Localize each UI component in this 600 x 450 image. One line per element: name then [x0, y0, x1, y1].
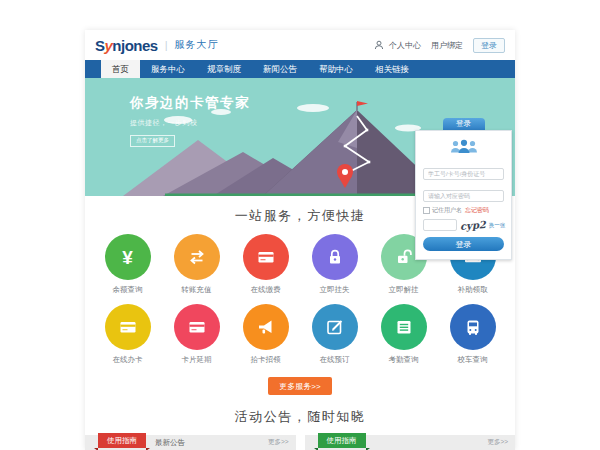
edit-icon [325, 317, 345, 337]
logo-text-2: njones [112, 37, 157, 54]
usage-guide-ribbon[interactable]: 使用指南 [318, 433, 366, 448]
panel-bar: 使用指南 更多>> [305, 435, 516, 450]
logo[interactable]: Synjones [95, 37, 158, 54]
usage-guide-ribbon[interactable]: 使用指南 [98, 433, 146, 448]
list-icon [394, 317, 414, 337]
lock-icon [325, 247, 345, 267]
user-icon [374, 36, 384, 54]
service-online-payment[interactable]: 在线缴费 [231, 234, 300, 295]
personal-center-link[interactable]: 个人中心 [389, 40, 421, 51]
website-page: Synjones | 服务大厅 个人中心 用户绑定 登录 首页 服务中心 规章制… [85, 30, 515, 450]
service-transfer-recharge[interactable]: 转账充值 [162, 234, 231, 295]
login-submit-button[interactable]: 登录 [423, 237, 504, 251]
latest-announcements-tab[interactable]: 最新公告 [155, 438, 185, 448]
user-binding-link[interactable]: 用户绑定 [431, 40, 463, 51]
service-online-booking[interactable]: 在线预订 [300, 304, 369, 365]
yen-icon: ¥ [122, 248, 133, 267]
remember-checkbox[interactable] [423, 207, 430, 214]
unlock-icon [394, 247, 414, 267]
nav-item-rules[interactable]: 规章制度 [196, 60, 252, 78]
megaphone-icon [256, 317, 276, 337]
site-header: Synjones | 服务大厅 个人中心 用户绑定 登录 [85, 30, 515, 60]
guide-panel-left: 使用指南 最新公告 更多>> [85, 435, 296, 450]
more-services-button[interactable]: 更多服务>> [268, 377, 331, 395]
nav-item-help[interactable]: 帮助中心 [308, 60, 364, 78]
more-link[interactable]: 更多>> [487, 438, 508, 447]
bank-card-icon [256, 247, 276, 267]
transfer-arrows-icon [187, 247, 207, 267]
captcha-input[interactable] [423, 219, 457, 231]
service-label: 在线预订 [300, 355, 369, 365]
login-tab[interactable]: 登录 [443, 118, 485, 130]
announcements-title: 活动公告，随时知晓 [85, 408, 515, 426]
page-canvas: Synjones | 服务大厅 个人中心 用户绑定 登录 首页 服务中心 规章制… [0, 0, 600, 450]
nav-item-links[interactable]: 相关链接 [364, 60, 420, 78]
users-icon [423, 138, 504, 158]
nav-item-home[interactable]: 首页 [101, 60, 140, 78]
service-label: 立即解挂 [369, 285, 438, 295]
site-name: 服务大厅 [175, 38, 219, 52]
hero-banner: 你身边的卡管专家 提供捷径，一步到校 点击了解更多 [85, 78, 515, 196]
captcha-refresh-link[interactable]: 换一张 [489, 222, 506, 229]
panel-bar: 使用指南 最新公告 更多>> [85, 435, 296, 450]
main-nav: 首页 服务中心 规章制度 新闻公告 帮助中心 相关链接 [85, 60, 515, 78]
remember-label: 记住用户名 [432, 206, 462, 215]
announcement-panels: 使用指南 最新公告 更多>> 使用指南 更多>> [85, 435, 515, 450]
service-attendance-query[interactable]: 考勤查询 [369, 304, 438, 365]
service-report-loss[interactable]: 立即挂失 [300, 234, 369, 295]
service-label: 在线办卡 [93, 355, 162, 365]
service-schoolbus-query[interactable]: 校车查询 [438, 304, 507, 365]
service-balance-query[interactable]: ¥ 余额查询 [93, 234, 162, 295]
login-panel: 登录 记住用户名 忘记密码 [415, 118, 512, 260]
service-label: 在线缴费 [231, 285, 300, 295]
hero-subtitle: 提供捷径，一步到校 [130, 118, 250, 128]
service-card-extension[interactable]: 卡片延期 [162, 304, 231, 365]
service-label: 立即挂失 [300, 285, 369, 295]
announcements-section: 活动公告，随时知晓 使用指南 最新公告 更多>> 使用指南 更多>> [85, 408, 515, 450]
captcha-row: cyp2 换一张 [423, 219, 504, 231]
guide-panel-right: 使用指南 更多>> [305, 435, 516, 450]
password-input[interactable] [423, 190, 504, 202]
service-label: 考勤查询 [369, 355, 438, 365]
header-right: 个人中心 用户绑定 登录 [374, 36, 505, 54]
service-label: 卡片延期 [162, 355, 231, 365]
service-apply-card[interactable]: 在线办卡 [93, 304, 162, 365]
service-lost-found[interactable]: 拾卡招领 [231, 304, 300, 365]
captcha-image[interactable]: cyp2 [460, 219, 487, 232]
forgot-password-link[interactable]: 忘记密码 [465, 206, 489, 215]
service-label: 拾卡招领 [231, 355, 300, 365]
remember-row: 记住用户名 忘记密码 [423, 206, 504, 215]
hero-cta-button[interactable]: 点击了解更多 [130, 135, 175, 147]
logo-text: S [95, 37, 105, 54]
hero-title: 你身边的卡管专家 [130, 94, 250, 112]
nav-item-service-center[interactable]: 服务中心 [140, 60, 196, 78]
login-panel-body: 记住用户名 忘记密码 cyp2 换一张 登录 [415, 130, 512, 260]
username-input[interactable] [423, 168, 504, 180]
service-label: 校车查询 [438, 355, 507, 365]
more-link[interactable]: 更多>> [268, 438, 289, 447]
service-label: 转账充值 [162, 285, 231, 295]
bus-icon [463, 317, 483, 337]
bank-card-icon [118, 317, 138, 337]
hero-text-block: 你身边的卡管专家 提供捷径，一步到校 点击了解更多 [130, 94, 250, 147]
header-login-button[interactable]: 登录 [473, 38, 505, 53]
nav-item-news[interactable]: 新闻公告 [252, 60, 308, 78]
service-label: 补助领取 [438, 285, 507, 295]
bank-card-icon [187, 317, 207, 337]
header-divider: | [165, 39, 168, 51]
service-label: 余额查询 [93, 285, 162, 295]
